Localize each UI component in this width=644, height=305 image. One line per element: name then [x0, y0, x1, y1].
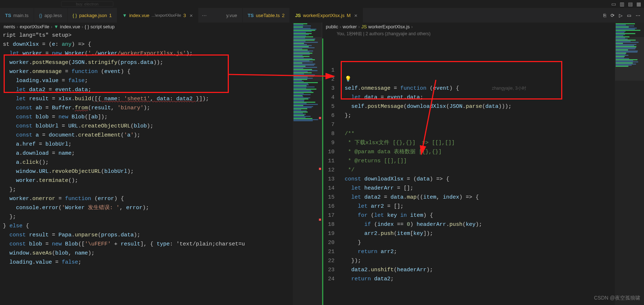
tabs-overflow[interactable]: ⋯ — [198, 8, 210, 23]
git-blame: You, 1秒钟前 | 2 authors (zhangyajie and ot… — [322, 31, 644, 38]
tab-package-json[interactable]: { }package.json1 — [68, 8, 117, 23]
panel-icon[interactable]: ▥ — [620, 1, 624, 7]
minimap-right[interactable] — [615, 23, 644, 305]
tab-actions: ⎘ ⟳ ▷ ▭ ⋯ — [600, 8, 644, 23]
less-icon: {} — [39, 13, 42, 18]
refresh-icon[interactable]: ⟳ — [611, 13, 615, 18]
split-icon[interactable]: ▭ — [627, 13, 631, 18]
tab-app-less[interactable]: {}app.less — [34, 8, 68, 23]
left-editor-pane: nents› exportXlsxFile› ▼index.vue› { } s… — [0, 23, 322, 305]
breadcrumb-right[interactable]: public› worker› JSworkerExportXlsx.js› — [322, 23, 644, 31]
vue-icon: ▼ — [54, 24, 58, 29]
breadcrumb-left[interactable]: nents› exportXlsxFile› ▼index.vue› { } s… — [0, 23, 322, 31]
custom-icon[interactable]: ▦ — [636, 1, 641, 7]
title-bar: buy. electron ▭ ▥ ▤ ▦ — [0, 0, 644, 8]
tab-usetable-ts[interactable]: TSuseTable.ts2 — [243, 8, 290, 23]
sidebar-icon[interactable]: ▤ — [628, 1, 633, 7]
tab-main-ts[interactable]: TSmain.ts — [0, 8, 34, 23]
right-editor-pane: public› worker› JSworkerExportXlsx.js› Y… — [322, 23, 644, 305]
js-icon: JS — [361, 24, 367, 29]
more-icon[interactable]: ⋯ — [636, 13, 640, 18]
cmd-center[interactable]: buy. electron — [61, 1, 113, 7]
ts-icon: TS — [248, 13, 254, 18]
json-icon: { } — [73, 13, 77, 18]
ts-icon: TS — [5, 13, 11, 18]
gutter-change-indicator — [322, 38, 323, 305]
tab-y-vue[interactable]: y.vue — [219, 8, 243, 23]
tab-workerexport-js[interactable]: JSworkerExportXlsx.jsM× — [290, 8, 363, 23]
compare-icon[interactable]: ⎘ — [603, 13, 606, 18]
run-icon[interactable]: ▷ — [619, 13, 623, 18]
tab-row: TSmain.ts {}app.less { }package.json1 ▼i… — [0, 8, 644, 23]
js-icon: JS — [295, 13, 301, 18]
close-icon[interactable]: × — [354, 12, 357, 19]
code-editor-left[interactable]: ript lang="ts" setup>st downXlsx = (e: a… — [0, 31, 322, 305]
close-icon[interactable]: × — [190, 12, 193, 19]
layout-icon[interactable]: ▭ — [611, 1, 616, 7]
tab-index-vue[interactable]: ▼index.vue...\exportXlsxFile3× — [117, 8, 198, 23]
watermark: CSDN @夜空孤狼啸 — [594, 295, 640, 301]
vue-icon: ▼ — [122, 13, 127, 18]
code-editor-right[interactable]: 12💡3self.onmessage = function (event) { … — [322, 38, 644, 305]
